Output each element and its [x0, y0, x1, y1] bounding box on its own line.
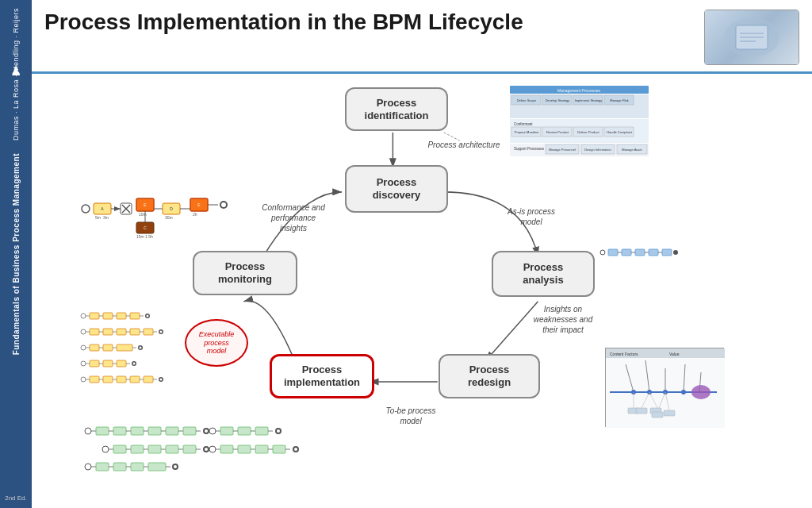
node-implementation[interactable]: Processimplementation: [270, 354, 374, 398]
svg-text:Prepare Manifest: Prepare Manifest: [515, 130, 539, 134]
svg-point-91: [681, 390, 686, 394]
svg-point-179: [81, 329, 86, 334]
svg-rect-68: [608, 249, 618, 256]
label-insights: Insights onweaknesses andtheir impact: [523, 304, 603, 335]
svg-text:Deliver Product: Deliver Product: [577, 130, 599, 134]
node-identification[interactable]: Processidentification: [345, 87, 448, 131]
node-redesign[interactable]: Processredesign: [439, 354, 540, 398]
mini-flow-diagram: A 5m 3m E 10m C 15m: [79, 181, 238, 244]
svg-rect-125: [148, 445, 161, 453]
sidebar-icon: ♟: [10, 64, 21, 79]
thumbnail-asis-flow: [599, 244, 678, 260]
svg-rect-209: [117, 360, 126, 367]
svg-rect-107: [113, 427, 126, 435]
svg-rect-129: [183, 445, 196, 453]
edition-label: 2nd Ed.: [5, 495, 27, 502]
svg-rect-195: [90, 344, 99, 351]
thumbnail-left-flow: [79, 308, 182, 403]
svg-rect-115: [183, 427, 196, 435]
svg-point-145: [209, 428, 216, 434]
svg-point-193: [81, 345, 86, 350]
sidebar-main-text: Fundamentals of Business Process Managem…: [12, 153, 21, 355]
thumbnail-fishbone: Content Factors Value: [605, 348, 724, 427]
svg-text:Develop Strategy: Develop Strategy: [546, 98, 570, 102]
svg-text:Manage Asset: Manage Asset: [622, 148, 642, 152]
svg-point-119: [102, 446, 109, 452]
svg-text:C: C: [144, 225, 147, 230]
svg-text:Handle Complaint: Handle Complaint: [607, 130, 633, 134]
page-title: Process Implementation in the BPM Lifecy…: [44, 10, 704, 35]
svg-point-67: [600, 250, 605, 255]
svg-point-132: [205, 448, 208, 451]
svg-text:2h: 2h: [193, 212, 197, 217]
header-image-inner: [705, 10, 799, 64]
svg-rect-161: [255, 445, 268, 453]
svg-rect-135: [96, 463, 109, 471]
node-monitoring[interactable]: Processmonitoring: [193, 251, 297, 295]
svg-rect-102: [664, 410, 675, 416]
svg-text:30m: 30m: [165, 215, 173, 220]
thumbnail-bottom-flow: [82, 419, 304, 483]
svg-point-103: [85, 428, 91, 434]
svg-rect-163: [273, 445, 285, 453]
svg-rect-99: [636, 408, 647, 414]
svg-rect-127: [166, 445, 178, 453]
svg-rect-159: [238, 445, 251, 453]
svg-text:D: D: [170, 206, 173, 211]
svg-point-167: [81, 314, 86, 318]
svg-point-226: [160, 379, 163, 381]
svg-rect-197: [103, 344, 113, 351]
svg-rect-105: [96, 427, 109, 435]
svg-rect-72: [635, 249, 645, 256]
svg-rect-171: [103, 313, 113, 319]
svg-rect-221: [130, 376, 140, 383]
svg-point-212: [133, 363, 136, 365]
svg-text:Review Product: Review Product: [546, 130, 569, 134]
node-discovery-label: Processdiscovery: [373, 176, 421, 201]
svg-text:Manage Personnel: Manage Personnel: [549, 148, 576, 152]
svg-rect-76: [662, 249, 672, 256]
main-content: Process Implementation in the BPM Lifecy…: [32, 0, 812, 508]
svg-text:Conformant: Conformant: [514, 122, 533, 126]
svg-point-37: [221, 202, 226, 207]
svg-text:Support Processes: Support Processes: [514, 147, 545, 151]
svg-rect-187: [130, 329, 140, 335]
svg-point-203: [81, 361, 86, 366]
svg-rect-151: [255, 427, 268, 435]
svg-rect-215: [90, 376, 99, 383]
svg-point-155: [209, 446, 216, 452]
bpm-lifecycle-diagram: Processidentification Processdiscovery P…: [36, 78, 808, 504]
svg-point-192: [160, 331, 163, 333]
svg-point-118: [205, 429, 208, 433]
svg-rect-183: [103, 329, 113, 335]
svg-rect-149: [238, 427, 251, 435]
node-analysis-label: Processanalysis: [523, 261, 563, 286]
svg-rect-121: [113, 445, 126, 453]
node-redesign-label: Processredesign: [468, 364, 511, 388]
svg-text:Management Processes: Management Processes: [557, 88, 600, 93]
svg-rect-111: [148, 427, 161, 435]
svg-rect-109: [131, 427, 144, 435]
svg-rect-185: [117, 329, 126, 335]
svg-point-202: [140, 347, 142, 349]
svg-rect-70: [622, 249, 631, 256]
label-conformance: Conformance andperformanceinsights: [250, 202, 337, 233]
svg-rect-123: [131, 445, 144, 453]
label-process-architecture: Process architecture: [424, 140, 504, 150]
svg-rect-113: [166, 427, 178, 435]
node-discovery[interactable]: Processdiscovery: [345, 165, 448, 213]
svg-point-92: [691, 385, 710, 399]
label-asis: As-is processmodel: [496, 206, 567, 227]
content-area: Processidentification Processdiscovery P…: [32, 74, 812, 508]
svg-rect-173: [117, 313, 126, 319]
node-analysis[interactable]: Processanalysis: [492, 251, 595, 297]
node-identification-label: Processidentification: [365, 97, 429, 121]
svg-rect-101: [652, 412, 663, 418]
svg-point-166: [294, 448, 297, 451]
svg-text:Define Scope: Define Scope: [517, 98, 537, 102]
thumbnail-table: Management Processes Define Scope Develo…: [510, 86, 649, 157]
svg-rect-217: [103, 376, 113, 383]
svg-text:Implement Strategy: Implement Strategy: [575, 98, 603, 102]
svg-point-213: [81, 377, 86, 382]
svg-rect-139: [131, 463, 144, 471]
